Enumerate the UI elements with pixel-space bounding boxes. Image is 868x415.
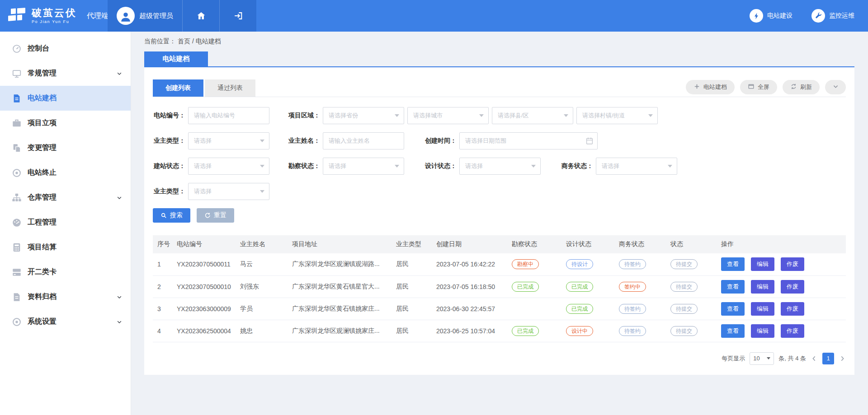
toolbar-fullscreen-button[interactable]: 全屏 <box>740 80 777 94</box>
design-status-cell: 已完成 <box>561 275 614 298</box>
owner-type-select[interactable]: 请选择 <box>188 132 269 149</box>
topbar-nav-bolt[interactable]: 电站建设 <box>750 9 793 23</box>
caret-down-icon <box>479 114 484 117</box>
sidebar-item-label: 开二类卡 <box>28 267 57 277</box>
status-badge: 已完成 <box>566 304 593 314</box>
chevron-down-icon <box>767 357 770 359</box>
caret-down-icon <box>668 165 672 168</box>
wrench-icon <box>811 9 825 23</box>
business-status-cell: 待签约 <box>614 298 666 320</box>
chevron-down-icon <box>116 319 123 325</box>
sidebar-item-archive[interactable]: 资料归档 <box>0 284 131 309</box>
calendar-icon <box>585 137 594 145</box>
filter-row-4: 业主类型：请选择 <box>153 183 846 200</box>
status-status-cell: 待提交 <box>666 298 717 320</box>
row-index: 4 <box>153 320 172 342</box>
placeholder-text: 请输入业主姓名 <box>329 137 370 145</box>
survey-status-select[interactable]: 请选择 <box>323 158 404 175</box>
tab-create-list[interactable]: 创建列表 <box>153 79 203 97</box>
gauge-icon <box>12 44 22 54</box>
station-code-input[interactable]: 请输入电站编号 <box>188 107 269 124</box>
topbar-nav-label: 电站建设 <box>767 12 793 20</box>
sidebar-item-settings[interactable]: 系统设置 <box>0 309 131 334</box>
toolbar-chevron-down-button[interactable] <box>825 80 846 94</box>
void-button[interactable]: 作废 <box>781 257 804 271</box>
next-page-button[interactable] <box>839 355 846 362</box>
toolbar-refresh-button[interactable]: 刷新 <box>783 80 820 94</box>
filter-row-1: 电站编号：请输入电站编号项目区域：请选择省份请选择城市请选择县/区请选择村镇/街… <box>153 107 846 124</box>
data-table-wrap: 序号电站编号业主姓名项目地址业主类型创建日期勘察状态设计状态商务状态状态操作 1… <box>153 235 846 342</box>
sidebar-item-card[interactable]: 开二类卡 <box>0 260 131 284</box>
business-status-select[interactable]: 请选择 <box>596 158 677 175</box>
logout-button[interactable] <box>219 0 256 32</box>
placeholder-text: 请选择村镇/街道 <box>582 112 625 120</box>
plus-icon <box>693 83 700 91</box>
sidebar-item-briefcase[interactable]: 项目立项 <box>0 111 131 135</box>
project-region-select-3[interactable]: 请选择县/区 <box>492 107 573 124</box>
edit-button[interactable]: 编辑 <box>751 324 774 338</box>
user-profile[interactable]: 超级管理员 <box>108 0 182 32</box>
topbar-nav-wrench[interactable]: 监控运维 <box>811 9 854 23</box>
owner-name-input[interactable]: 请输入业主姓名 <box>323 132 404 149</box>
total-label: 条, 共 4 条 <box>778 354 806 363</box>
station-code-cell: YX2023070500010 <box>172 275 236 298</box>
toolbar-plus-button[interactable]: 电站建档 <box>686 80 735 94</box>
owner-type-2-select[interactable]: 请选择 <box>188 183 269 200</box>
project-region-select-4[interactable]: 请选择村镇/街道 <box>576 107 658 124</box>
reset-button[interactable]: 重置 <box>197 208 234 223</box>
home-button[interactable] <box>182 0 219 32</box>
sidebar-item-calculator[interactable]: 项目结算 <box>0 235 131 260</box>
status-status-cell: 待提交 <box>666 275 717 298</box>
edit-button[interactable]: 编辑 <box>751 257 774 271</box>
placeholder-text: 请选择 <box>194 162 212 170</box>
sidebar-item-target[interactable]: 电站终止 <box>0 160 131 185</box>
owner-type-cell: 居民 <box>392 298 432 320</box>
status-badge: 签约中 <box>619 282 646 292</box>
breadcrumb-path: 首页 / 电站建档 <box>178 37 221 46</box>
void-button[interactable]: 作废 <box>781 302 804 316</box>
project-region-select-2[interactable]: 请选择城市 <box>407 107 489 124</box>
design-status-select[interactable]: 请选择 <box>459 158 541 175</box>
row-index: 3 <box>153 298 172 320</box>
breadcrumb-label: 当前位置： <box>144 37 176 46</box>
filter-label-station-code: 电站编号： <box>153 112 185 120</box>
search-button[interactable]: 搜索 <box>153 208 190 223</box>
filter-label-project-region: 项目区域： <box>288 112 320 120</box>
sidebar-item-copy[interactable]: 变更管理 <box>0 135 131 160</box>
topbar-nav-label: 监控运维 <box>829 12 854 20</box>
view-button[interactable]: 查看 <box>721 257 745 271</box>
edit-button[interactable]: 编辑 <box>751 280 774 294</box>
status-badge: 待签约 <box>619 326 646 336</box>
view-button[interactable]: 查看 <box>721 280 745 294</box>
create-time-date-input[interactable]: 请选择日期范围 <box>459 132 598 149</box>
status-badge: 待设计 <box>566 259 593 269</box>
survey-status-cell: 已完成 <box>507 275 561 298</box>
prev-page-button[interactable] <box>811 355 818 362</box>
table-body: 1YX2023070500011马云广东深圳龙华区观澜镇观湖路...居民2023… <box>153 253 846 342</box>
sidebar-item-document[interactable]: 电站建档 <box>0 86 131 111</box>
sidebar-item-gauge[interactable]: 控制台 <box>0 36 131 61</box>
card-toolbar: 电站建档全屏刷新 <box>686 80 846 94</box>
filter-group-project-region: 项目区域：请选择省份请选择城市请选择县/区请选择村镇/街道 <box>288 107 658 124</box>
view-button[interactable]: 查看 <box>721 324 745 338</box>
table-row: 2YX2023070500010刘强东广东深圳龙华区黄石镇星官大...居民202… <box>153 275 846 298</box>
list-tabs: 创建列表 通过列表 <box>153 79 255 97</box>
data-table: 序号电站编号业主姓名项目地址业主类型创建日期勘察状态设计状态商务状态状态操作 1… <box>153 235 846 342</box>
sidebar-item-monitor[interactable]: 常规管理 <box>0 61 131 86</box>
sidebar-item-sitemap[interactable]: 仓库管理 <box>0 185 131 210</box>
edit-button[interactable]: 编辑 <box>751 302 774 316</box>
per-page-select[interactable]: 10 <box>750 352 774 365</box>
tab-pass-list[interactable]: 通过列表 <box>205 79 255 97</box>
view-button[interactable]: 查看 <box>721 302 745 316</box>
build-status-select[interactable]: 请选择 <box>188 158 269 175</box>
sidebar-item-label: 工程管理 <box>28 218 57 227</box>
page-tab-station-archive[interactable]: 电站建档 <box>144 51 208 66</box>
sidebar-item-dashboard[interactable]: 工程管理 <box>0 210 131 235</box>
document-icon <box>12 93 22 103</box>
copy-icon <box>12 143 22 153</box>
caret-down-icon <box>260 165 264 168</box>
void-button[interactable]: 作废 <box>781 280 804 294</box>
project-region-select-1[interactable]: 请选择省份 <box>323 107 404 124</box>
page-button-1[interactable]: 1 <box>822 353 834 364</box>
void-button[interactable]: 作废 <box>781 324 804 338</box>
